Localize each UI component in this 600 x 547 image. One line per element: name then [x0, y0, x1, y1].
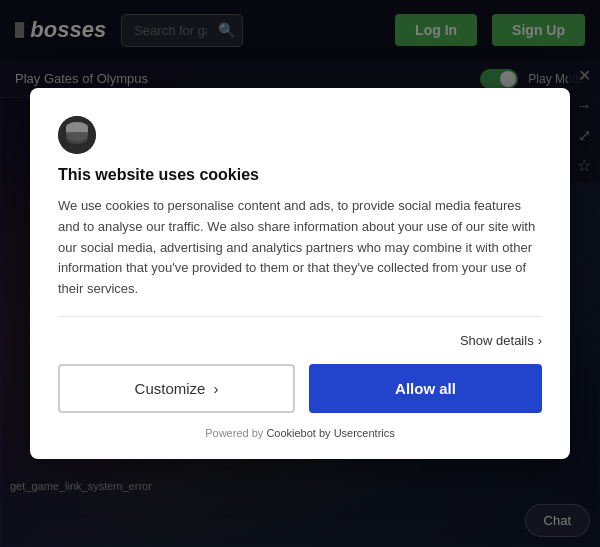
cookiebot-logo-icon	[58, 116, 96, 154]
cookie-divider	[58, 316, 542, 317]
customize-label: Customize	[135, 380, 206, 397]
show-details-label: Show details	[460, 333, 534, 348]
cookie-logo	[58, 116, 542, 154]
svg-point-3	[66, 129, 88, 141]
footer-brand-link[interactable]: Cookiebot by Usercentrics	[266, 427, 394, 439]
footer-brand-text: Cookiebot by Usercentrics	[266, 427, 394, 439]
cookie-buttons: Customize › Allow all	[58, 364, 542, 413]
chevron-right-icon: ›	[538, 333, 542, 348]
cookie-footer: Powered by Cookiebot by Usercentrics	[58, 427, 542, 439]
show-details-link[interactable]: Show details ›	[460, 333, 542, 348]
cookie-dialog-title: This website uses cookies	[58, 166, 542, 184]
cookie-dialog: This website uses cookies We use cookies…	[30, 88, 570, 459]
show-details-container: Show details ›	[58, 333, 542, 348]
cookie-dialog-overlay: This website uses cookies We use cookies…	[0, 0, 600, 547]
allow-all-button[interactable]: Allow all	[309, 364, 542, 413]
footer-powered-text: Powered by	[205, 427, 263, 439]
customize-arrow-icon: ›	[213, 380, 218, 397]
customize-button[interactable]: Customize ›	[58, 364, 295, 413]
cookie-dialog-body: We use cookies to personalise content an…	[58, 196, 542, 300]
